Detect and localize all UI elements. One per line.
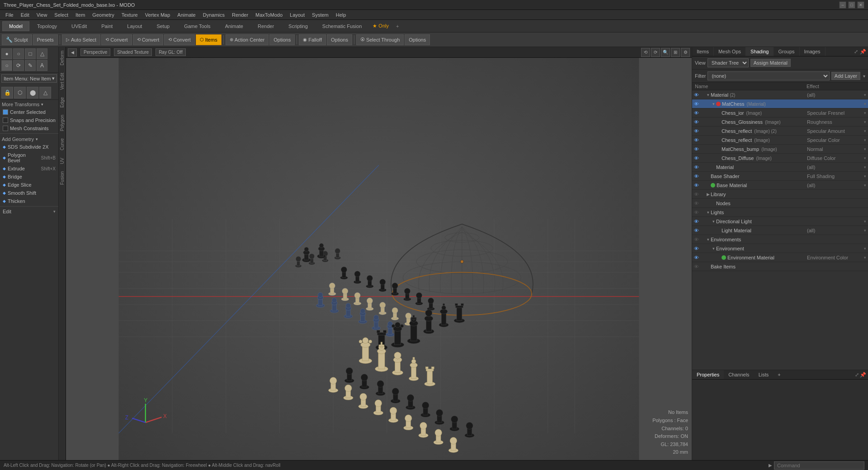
eye-environment[interactable]: 👁 [694, 246, 699, 251]
perspective-btn[interactable]: Perspective [80, 48, 110, 56]
tree-row-chess-reflect1[interactable]: 👁 Chess_reflect (Image) (2) Specular Amo… [692, 127, 868, 136]
tab-uvedit[interactable]: UVEdit [65, 21, 94, 31]
presets-button[interactable]: Presets [33, 34, 58, 45]
lp-icon-btn-5[interactable]: ○ [1, 60, 12, 71]
falloff-button[interactable]: ◉ Falloff [299, 34, 326, 45]
mesh-constraints-item[interactable]: Mesh Constraints [0, 124, 58, 132]
eye-nodes[interactable]: 👁 [694, 201, 699, 206]
rp-tab-images[interactable]: Images [800, 47, 826, 56]
rp-tab-groups[interactable]: Groups [774, 47, 799, 56]
tab-animate[interactable]: Animate [218, 21, 250, 31]
tree-row-environment[interactable]: 👁 ▾ Environment ▾ [692, 244, 868, 253]
tool-thicken[interactable]: ◆ Thicken [0, 197, 58, 205]
tree-row-chess-glossiness[interactable]: 👁 Chess_Glossiness (Image) Roughness ▾ [692, 118, 868, 127]
center-selected-item[interactable]: Center Selected [0, 108, 58, 116]
options2-button[interactable]: Options [327, 34, 352, 45]
tool-bridge[interactable]: ◆ Bridge [0, 173, 58, 181]
menu-item-select[interactable]: Select [51, 11, 72, 19]
lp-icon-btn-1[interactable]: ● [1, 48, 12, 59]
viewport-nav-icon-1[interactable]: ⟲ [641, 48, 650, 57]
viewport-grid-icon[interactable]: ⊞ [671, 48, 680, 57]
more-transforms-section[interactable]: More Transforms [0, 100, 58, 108]
options1-button[interactable]: Options [269, 34, 295, 45]
lp-icon-btn-8[interactable]: A [37, 60, 47, 71]
sculpt-button[interactable]: 🔧 Sculpt [2, 34, 32, 45]
menu-item-dynamics[interactable]: Dynamics [199, 11, 228, 19]
tab-plus[interactable]: + [392, 22, 402, 31]
eye-material[interactable]: 👁 [694, 164, 699, 170]
tree-row-material-group[interactable]: 👁 ▾ Material (2) (all) ▾ [692, 90, 868, 99]
menu-item-file[interactable]: File [2, 11, 17, 19]
minimize-button[interactable]: – [839, 1, 846, 9]
props-pin-icon[interactable]: 📌 [860, 372, 866, 378]
eye-chess-diffuse[interactable]: 👁 [694, 155, 699, 161]
tab-layout[interactable]: Layout [120, 21, 149, 31]
tab-paint[interactable]: Paint [94, 21, 119, 31]
tool-smooth-shift[interactable]: ◆ Smooth Shift [0, 189, 58, 197]
tool-sds-subdivide[interactable]: ◆ SDS Subdivide 2X [0, 143, 58, 151]
icon-grid[interactable]: ⬡ [14, 87, 26, 99]
add-geometry-section[interactable]: Add Geometry [0, 135, 58, 143]
side-tab-polygon[interactable]: Polygon [59, 111, 66, 135]
viewport-nav-icon-2[interactable]: ⟳ [651, 48, 660, 57]
menu-item-edit[interactable]: Edit [17, 11, 33, 19]
menu-item-geometry[interactable]: Geometry [89, 11, 118, 19]
tree-row-dir-light[interactable]: 👁 ▾ Directional Light ▾ [692, 217, 868, 226]
eye-base-shader[interactable]: 👁 [694, 174, 699, 179]
items-button[interactable]: ⬡ Items [196, 34, 222, 45]
menu-item-texture[interactable]: Texture [118, 11, 142, 19]
convert1-button[interactable]: ⟲ Convert [101, 34, 132, 45]
rp-tab-shading[interactable]: Shading [746, 47, 774, 56]
tree-row-chess-diffuse[interactable]: 👁 Chess_Diffuse (Image) Diffuse Color ▾ [692, 154, 868, 163]
eye-chess-ior[interactable]: 👁 [694, 110, 699, 116]
rp-tab-mesh-ops[interactable]: Mesh Ops [714, 47, 746, 56]
viewport-expand-btn[interactable]: ◀ [68, 48, 77, 56]
shader-view-select[interactable]: Shader Tree [708, 58, 749, 67]
snaps-precision-item[interactable]: Snaps and Precision [0, 116, 58, 124]
rp-pin-icon[interactable]: 📌 [860, 49, 866, 55]
expand-library[interactable]: ▶ [705, 192, 711, 197]
tab-schematic-fusion[interactable]: Schematic Fusion [316, 21, 368, 31]
tab-render[interactable]: Render [251, 21, 281, 31]
tool-edge-slice[interactable]: ◆ Edge Slice [0, 181, 58, 189]
side-tab-fusion[interactable]: Fusion [59, 168, 66, 188]
eye-chess-gloss[interactable]: 👁 [694, 119, 699, 125]
lp-icon-btn-2[interactable]: ○ [13, 48, 24, 59]
shader-filter-select[interactable]: (none) [708, 71, 829, 80]
props-tab-lists[interactable]: Lists [754, 370, 774, 379]
menu-item-view[interactable]: View [33, 11, 51, 19]
tree-row-matchess-bump[interactable]: 👁 MatChess_bump (Image) Normal ▾ [692, 145, 868, 154]
side-tab-deform[interactable]: Deform [59, 47, 66, 69]
eye-chess-reflect2[interactable]: 👁 [694, 137, 699, 143]
menu-item-system[interactable]: System [308, 11, 332, 19]
expand-material[interactable]: ▾ [705, 92, 711, 98]
menu-item-maxtomodo[interactable]: MaxToModo [252, 11, 286, 19]
eye-light-material[interactable]: 👁 [694, 228, 699, 233]
expand-dir-light[interactable]: ▾ [711, 219, 716, 224]
side-tab-edge[interactable]: Edge [59, 94, 66, 111]
tree-row-base-material[interactable]: 👁 Base Material (all) ▾ [692, 181, 868, 190]
expand-lights[interactable]: ▾ [705, 210, 711, 215]
tree-row-matchess[interactable]: 👁 ▾ MatChess (Material) ▾ [692, 99, 868, 108]
lp-icon-btn-3[interactable]: □ [25, 48, 36, 59]
eye-environments[interactable]: 👁 [694, 237, 699, 242]
eye-matchess-bump[interactable]: 👁 [694, 146, 699, 152]
menu-item-animate[interactable]: Animate [174, 11, 199, 19]
expand-environments[interactable]: ▾ [705, 237, 711, 242]
convert3-button[interactable]: ⟲ Convert [164, 34, 195, 45]
props-tab-channels[interactable]: Channels [724, 370, 754, 379]
tree-row-light-material[interactable]: 👁 Light Material (all) ▾ [692, 226, 868, 235]
tree-row-chess-ior[interactable]: 👁 Chess_ior (Image) Specular Fresnel ▾ [692, 108, 868, 118]
rp-tab-items[interactable]: Items [692, 47, 714, 56]
side-tab-vert-edit[interactable]: Vert Edit [59, 69, 66, 94]
add-layer-btn[interactable]: Add Layer [831, 72, 860, 80]
auto-select-button[interactable]: ▷ Auto Select [62, 34, 100, 45]
menu-item-render[interactable]: Render [228, 11, 252, 19]
expand-environment[interactable]: ▾ [711, 246, 716, 251]
tree-row-env-material[interactable]: 👁 Environment Material Environment Color… [692, 253, 868, 262]
menu-item-item[interactable]: Item [72, 11, 89, 19]
tab-topology[interactable]: Topology [30, 21, 64, 31]
eye-material-group[interactable]: 👁 [694, 92, 699, 98]
tree-row-environments[interactable]: 👁 ▾ Environments [692, 235, 868, 244]
command-input[interactable] [774, 461, 864, 470]
